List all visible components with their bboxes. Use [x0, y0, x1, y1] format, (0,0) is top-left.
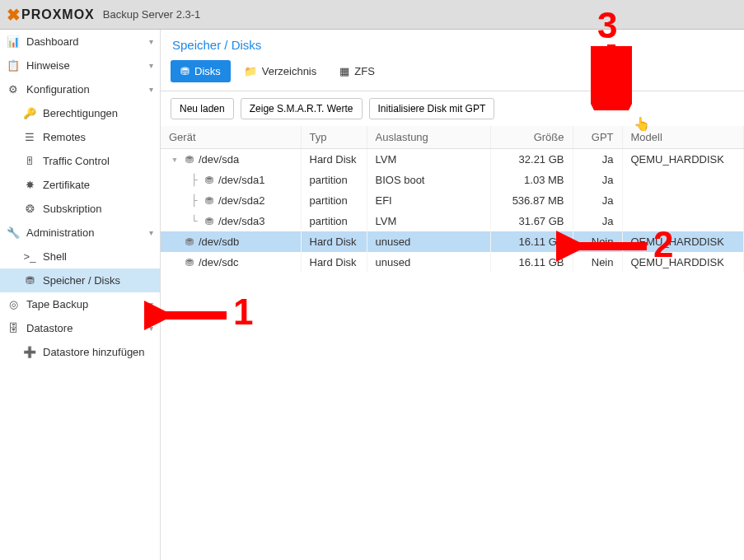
sidebar-item-label: Datastore: [26, 322, 73, 334]
tab-label: Disks: [194, 65, 221, 77]
terminal-icon: >_: [23, 250, 36, 263]
tab-label: ZFS: [354, 65, 375, 77]
panel-title: Speicher / Disks: [161, 30, 744, 57]
disk-grid: Gerät Typ Auslastung Größe GPT Modell ▾⛃…: [161, 126, 744, 560]
table-row[interactable]: ├⛃/dev/sda2partitionEFI536.87 MBJa: [161, 190, 744, 211]
cell-gpt: Nein: [573, 252, 622, 273]
chevron-down-icon: ▾: [149, 37, 153, 46]
tachometer-icon: 📊: [7, 35, 20, 48]
cell-gpt: Ja: [573, 170, 622, 190]
sidebar-item-shell[interactable]: >_Shell: [0, 245, 160, 268]
cell-size: 536.87 MB: [490, 190, 573, 211]
sidebar: 📊Dashboard▾📋Hinweise▾⚙Konfiguration▾🔑Ber…: [0, 30, 161, 560]
hdd-icon: ⛃: [185, 154, 194, 166]
col-model[interactable]: Modell: [622, 126, 744, 149]
content-panel: Speicher / Disks ⛃Disks📁Verzeichnis▦ZFS …: [161, 30, 744, 560]
col-device[interactable]: Gerät: [161, 126, 301, 149]
reload-button[interactable]: Neu laden: [171, 98, 234, 119]
sidebar-item-label: Administration: [26, 226, 94, 239]
sidebar-item-speicher-disks[interactable]: ⛃Speicher / Disks: [0, 268, 160, 292]
certificate-icon: ✸: [23, 179, 36, 191]
sidebar-item-tape-backup[interactable]: ◎Tape Backup▾: [0, 292, 160, 316]
cell-size: 1.03 MB: [490, 170, 573, 190]
clipboard-icon: 📋: [7, 59, 20, 72]
init-gpt-button[interactable]: Initialisiere Disk mit GPT: [369, 98, 495, 119]
tab-label: Verzeichnis: [262, 65, 316, 77]
sidebar-item-label: Remotes: [43, 131, 86, 143]
col-usage[interactable]: Auslastung: [367, 126, 490, 149]
col-gpt[interactable]: GPT: [573, 126, 622, 149]
sidebar-item-administration[interactable]: 🔧Administration▾: [0, 221, 160, 245]
cell-device: /dev/sda1: [218, 174, 264, 186]
sidebar-item-traffic-control[interactable]: 🎚Traffic Control: [0, 149, 160, 173]
hdd-icon: ⛃: [185, 236, 194, 248]
th-icon: ▦: [339, 65, 349, 77]
cell-model: [622, 211, 744, 231]
cell-type: Hard Disk: [301, 149, 367, 170]
logo: ✖ PROXMOX: [7, 5, 95, 25]
col-size[interactable]: Größe: [490, 126, 573, 149]
table-row[interactable]: ├⛃/dev/sda1partitionBIOS boot1.03 MBJa: [161, 170, 744, 190]
sidebar-item-label: Tape Backup: [26, 298, 88, 310]
hdd-icon: ⛃: [185, 257, 194, 268]
chevron-down-icon: ▾: [149, 61, 153, 70]
tape-icon: ◎: [7, 298, 20, 310]
plus-icon: ➕: [23, 346, 36, 358]
cell-size: 16.11 GB: [490, 252, 573, 273]
sidebar-item-zertifikate[interactable]: ✸Zertifikate: [0, 173, 160, 197]
chevron-down-icon: ▾: [149, 300, 153, 309]
table-row[interactable]: ⛃/dev/sdcHard Diskunused16.11 GBNeinQEMU…: [161, 252, 744, 273]
cell-device: /dev/sda3: [218, 215, 264, 227]
cell-type: partition: [301, 190, 367, 211]
cell-usage: LVM: [367, 149, 490, 170]
cell-model: QEMU_HARDDISK: [622, 149, 744, 170]
cell-gpt: Ja: [573, 190, 622, 211]
cell-size: 32.21 GB: [490, 149, 573, 170]
cell-usage: unused: [367, 231, 490, 252]
sidebar-item-subskription[interactable]: ❂Subskription: [0, 197, 160, 221]
sidebar-item-dashboard[interactable]: 📊Dashboard▾: [0, 30, 160, 54]
cell-gpt: Ja: [573, 211, 622, 231]
cell-device: /dev/sda2: [218, 194, 264, 207]
tab-verzeichnis[interactable]: 📁Verzeichnis: [234, 60, 326, 82]
cell-gpt: Nein: [573, 231, 622, 252]
sidebar-item-konfiguration[interactable]: ⚙Konfiguration▾: [0, 77, 160, 101]
cell-usage: LVM: [367, 211, 490, 231]
cell-size: 31.67 GB: [490, 211, 573, 231]
hdd-icon: ⛃: [205, 195, 213, 207]
folder-icon: 📁: [244, 65, 257, 77]
table-row[interactable]: └⛃/dev/sda3partitionLVM31.67 GBJa: [161, 211, 744, 231]
cell-usage: EFI: [367, 190, 490, 211]
cogs-icon: ⚙: [7, 83, 20, 96]
toolbar: Neu laden Zeige S.M.A.R.T. Werte Initial…: [161, 91, 744, 126]
sidebar-item-hinweise[interactable]: 📋Hinweise▾: [0, 54, 160, 77]
show-smart-button[interactable]: Zeige S.M.A.R.T. Werte: [241, 98, 363, 119]
cell-device: /dev/sda: [199, 153, 239, 166]
col-type[interactable]: Typ: [301, 126, 367, 149]
cell-type: partition: [301, 211, 367, 231]
tab-disks[interactable]: ⛃Disks: [171, 60, 231, 82]
cell-usage: BIOS boot: [367, 170, 490, 190]
logo-mark: ✖: [7, 5, 20, 25]
cell-model: [622, 190, 744, 211]
cell-usage: unused: [367, 252, 490, 273]
sidebar-item-label: Zertifikate: [43, 179, 90, 191]
tab-zfs[interactable]: ▦ZFS: [330, 60, 385, 82]
table-row[interactable]: ⛃/dev/sdbHard Diskunused16.11 GBNeinQEMU…: [161, 231, 744, 252]
sidebar-item-berechtigungen[interactable]: 🔑Berechtigungen: [0, 101, 160, 125]
tab-bar: ⛃Disks📁Verzeichnis▦ZFS: [161, 57, 744, 91]
sidebar-item-label: Konfiguration: [26, 83, 90, 96]
table-row[interactable]: ▾⛃/dev/sdaHard DiskLVM32.21 GBJaQEMU_HAR…: [161, 149, 744, 170]
sidebar-item-datastore-hinzuf-gen[interactable]: ➕Datastore hinzufügen: [0, 340, 160, 364]
header-title: Backup Server 2.3-1: [103, 8, 201, 21]
header-bar: ✖ PROXMOX Backup Server 2.3-1: [0, 0, 744, 30]
cell-device: /dev/sdb: [199, 236, 239, 248]
server-icon: ☰: [23, 131, 36, 143]
sidebar-item-remotes[interactable]: ☰Remotes: [0, 125, 160, 149]
support-icon: ❂: [23, 203, 36, 215]
sidebar-item-label: Speicher / Disks: [43, 274, 120, 287]
cell-type: Hard Disk: [301, 252, 367, 273]
sidebar-item-datastore[interactable]: 🗄Datastore▾: [0, 316, 160, 340]
sidebar-item-label: Shell: [43, 250, 67, 263]
sidebar-item-label: Traffic Control: [43, 155, 110, 167]
